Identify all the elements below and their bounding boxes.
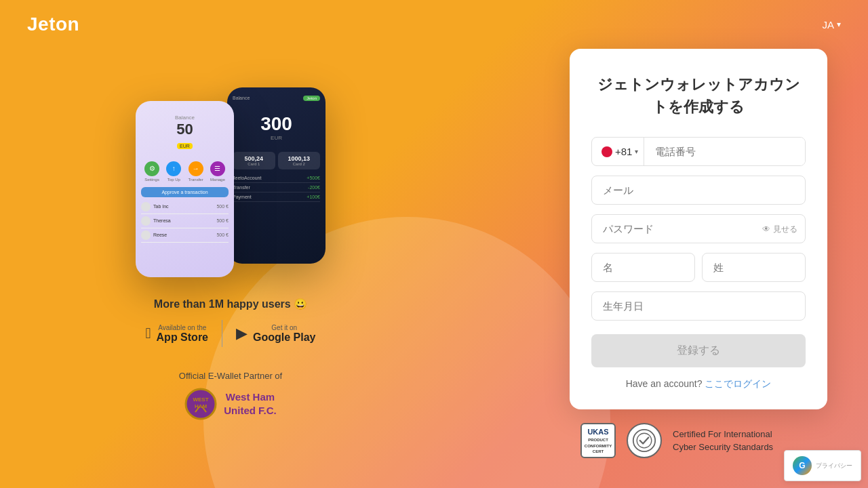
action-transfer: → Transfer	[189, 161, 203, 182]
google-play-sub: Get it on	[253, 324, 315, 331]
apple-icon: 	[146, 325, 151, 342]
phone-chevron-icon: ▾	[635, 148, 638, 155]
svg-text:HAM: HAM	[195, 403, 208, 409]
cyber-security-badge	[627, 423, 662, 458]
google-play-badge[interactable]: ▶ Get it on Google Play	[222, 319, 329, 349]
partner-section: Official E-Wallet Partner of WEST HAM We…	[179, 371, 282, 420]
birthday-group	[591, 291, 806, 321]
action-manage: ☰ Manage	[210, 161, 225, 182]
submit-button[interactable]: 登録する	[591, 334, 806, 367]
google-play-icon: ▶	[236, 325, 248, 342]
app-store-sub: Available on the	[157, 324, 208, 331]
phone-right-amount: 300	[233, 113, 320, 135]
registration-form-card: ジェトンウォレットアカウントを作成する +81 ▾	[570, 49, 827, 409]
store-badges:  Available on the App Store ▶ Get it on…	[132, 319, 330, 349]
phone-number-input[interactable]	[644, 138, 805, 165]
phone-right-badge: Jeton	[303, 96, 320, 101]
cert-text-line1: Certified For International	[673, 428, 773, 441]
west-ham-name: West HamUnited F.C.	[224, 390, 277, 417]
phone-input-wrapper: +81 ▾	[591, 137, 806, 166]
lang-label: JA	[822, 19, 834, 30]
logo: Jeton	[27, 14, 79, 35]
approve-transaction-btn: Approve a transaction	[141, 187, 229, 197]
balance-label-left: Balance	[141, 115, 229, 121]
west-ham-logo: WEST HAM	[184, 388, 217, 420]
phone-right-currency: EUR	[233, 135, 320, 141]
form-title: ジェトンウォレットアカウントを作成する	[591, 73, 806, 118]
app-store-label: App Store	[157, 331, 208, 344]
chevron-down-icon: ▾	[837, 20, 841, 29]
phone-flag-dropdown[interactable]: +81 ▾	[592, 138, 644, 165]
login-link-section: Have an account? ここでログイン	[591, 378, 806, 390]
country-code: +81	[615, 146, 632, 157]
phone-right-header-label: Balance	[233, 96, 250, 100]
login-link[interactable]: ここでログイン	[705, 378, 771, 389]
show-password-button[interactable]: 👁 見せる	[762, 223, 797, 235]
balance-amount-left: 50	[141, 121, 229, 138]
jp-flag	[601, 146, 612, 157]
recaptcha-icon: G	[793, 456, 812, 475]
app-store-badge[interactable]:  Available on the App Store	[132, 319, 222, 349]
recaptcha-text: プライバシー	[816, 462, 852, 470]
right-panel: ジェトンウォレットアカウントを作成する +81 ▾	[570, 49, 827, 458]
happy-users-text: More than 1M happy users 😀	[132, 298, 330, 310]
tx-list-dark: JeetoAccount +500€ Transfer -200€ Paymen…	[233, 174, 320, 202]
trust-badges: UKAS PRODUCT CONFORMITY CERT Certified F…	[580, 423, 827, 458]
action-settings: ⚙ Settings	[144, 161, 159, 182]
left-panel: Balance 50 EUR ⚙ Settings ↑ Top Up	[41, 87, 420, 420]
last-name-input[interactable]	[702, 253, 806, 282]
happy-users-section: More than 1M happy users 😀  Available o…	[132, 298, 330, 349]
mini-card-1: 500,24 Card 1	[233, 152, 275, 169]
show-password-label: 見せる	[773, 223, 797, 235]
phone-right: Balance Jeton 300 EUR 500,24 Card 1 100	[227, 87, 326, 264]
phones-container: Balance 50 EUR ⚙ Settings ↑ Top Up	[122, 87, 339, 284]
first-name-input[interactable]	[591, 253, 695, 282]
password-group: 👁 見せる	[591, 214, 806, 243]
cert-text-line2: Cyber Security Standards	[673, 441, 773, 454]
email-group	[591, 176, 806, 205]
eye-icon: 👁	[762, 224, 770, 234]
trust-text: Certified For International Cyber Securi…	[673, 428, 773, 454]
action-topup: ↑ Top Up	[166, 161, 181, 182]
transaction-list-left: Tab Inc 500 € Theresa 500 € Reese 500 €	[141, 200, 229, 243]
west-ham-row: WEST HAM West HamUnited F.C.	[179, 388, 282, 420]
birthday-input[interactable]	[591, 291, 806, 321]
partner-label: Official E-Wallet Partner of	[179, 371, 282, 381]
svg-point-6	[637, 433, 652, 448]
currency-badge-left: EUR	[177, 143, 193, 149]
ukas-badge: UKAS PRODUCT CONFORMITY CERT	[580, 423, 616, 458]
password-wrapper: 👁 見せる	[591, 214, 806, 243]
mini-card-2: 1000,13 Card 2	[278, 152, 321, 169]
google-play-label: Google Play	[253, 331, 315, 344]
svg-text:WEST: WEST	[193, 396, 209, 403]
phone-left: Balance 50 EUR ⚙ Settings ↑ Top Up	[136, 101, 234, 277]
phone-group: +81 ▾	[591, 137, 806, 166]
have-account-text: Have an account?	[626, 378, 703, 389]
lang-selector[interactable]: JA ▾	[822, 19, 841, 30]
name-group	[591, 253, 806, 282]
email-input[interactable]	[591, 176, 806, 205]
